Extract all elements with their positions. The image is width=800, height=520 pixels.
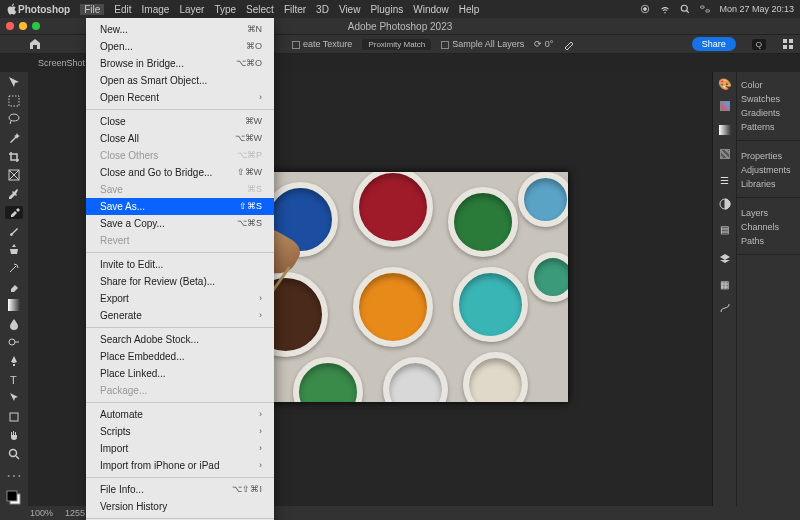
control-center-icon[interactable] xyxy=(699,3,711,15)
edit-toolbar[interactable]: ⋯ xyxy=(5,466,23,484)
menu-window[interactable]: Window xyxy=(413,4,449,15)
lasso-tool[interactable] xyxy=(5,113,23,126)
brush-tool[interactable] xyxy=(5,225,23,238)
panel-channels[interactable]: Channels xyxy=(737,220,800,234)
menubar-datetime[interactable]: Mon 27 May 20:13 xyxy=(719,4,794,14)
panel-libraries[interactable]: Libraries xyxy=(737,177,800,191)
file-menu-item[interactable]: Generate› xyxy=(86,307,274,324)
frame-tool[interactable] xyxy=(5,169,23,182)
share-button[interactable]: Share xyxy=(692,37,736,51)
option-angle[interactable]: ⟳ 0° xyxy=(534,39,553,49)
file-menu-item[interactable]: Import from iPhone or iPad› xyxy=(86,457,274,474)
paths-panel-icon[interactable] xyxy=(719,300,731,318)
home-icon[interactable] xyxy=(28,37,42,51)
screen-record-icon[interactable] xyxy=(639,3,651,15)
pen-tool[interactable] xyxy=(5,355,23,368)
gradients-panel-icon[interactable] xyxy=(719,121,731,139)
menu-select[interactable]: Select xyxy=(246,4,274,15)
file-menu-item: Close Others⌥⌘P xyxy=(86,147,274,164)
file-menu-item[interactable]: Invite to Edit... xyxy=(86,256,274,273)
pressure-icon[interactable] xyxy=(563,38,575,50)
layers-panel-icon[interactable] xyxy=(719,251,731,269)
color-panel-icon[interactable]: 🎨 xyxy=(718,78,732,91)
panel-paths[interactable]: Paths xyxy=(737,234,800,248)
channels-panel-icon[interactable]: ▦ xyxy=(720,279,729,290)
file-menu-item[interactable]: Import› xyxy=(86,440,274,457)
minimize-window-button[interactable] xyxy=(19,22,27,30)
option-sample-all-layers[interactable]: Sample All Layers xyxy=(441,39,524,49)
zoom-tool[interactable] xyxy=(5,448,23,461)
gradient-tool[interactable] xyxy=(5,299,23,312)
option-proximity-match[interactable]: Proximity Match xyxy=(362,39,431,50)
maximize-window-button[interactable] xyxy=(32,22,40,30)
menu-file[interactable]: File xyxy=(80,4,104,15)
file-menu-item[interactable]: Save As...⇧⌘S xyxy=(86,198,274,215)
clone-stamp-tool[interactable] xyxy=(5,243,23,256)
zoom-level[interactable]: 100% xyxy=(30,508,53,518)
panel-gradients[interactable]: Gradients xyxy=(737,106,800,120)
file-menu-item[interactable]: Scripts› xyxy=(86,423,274,440)
apple-logo-icon xyxy=(6,3,18,15)
search-icon[interactable] xyxy=(679,3,691,15)
file-menu-item[interactable]: New...⌘N xyxy=(86,21,274,38)
libraries-panel-icon[interactable]: ▤ xyxy=(720,224,729,235)
panel-properties[interactable]: Properties xyxy=(737,149,800,163)
workspace-switcher-icon[interactable] xyxy=(782,38,794,50)
file-menu-item[interactable]: Version History xyxy=(86,498,274,515)
eraser-tool[interactable] xyxy=(5,280,23,293)
crop-tool[interactable] xyxy=(5,150,23,163)
file-menu-item[interactable]: Browse in Bridge...⌥⌘O xyxy=(86,55,274,72)
healing-brush-tool[interactable] xyxy=(5,206,23,219)
menu-filter[interactable]: Filter xyxy=(284,4,306,15)
menu-plugins[interactable]: Plugins xyxy=(370,4,403,15)
swatches-panel-icon[interactable] xyxy=(720,101,730,111)
file-menu-item[interactable]: Place Linked... xyxy=(86,365,274,382)
path-selection-tool[interactable] xyxy=(5,392,23,405)
menu-edit[interactable]: Edit xyxy=(114,4,131,15)
panel-patterns[interactable]: Patterns xyxy=(737,120,800,134)
blur-tool[interactable] xyxy=(5,318,23,331)
file-menu-item[interactable]: Export› xyxy=(86,290,274,307)
file-menu-item[interactable]: File Info...⌥⇧⌘I xyxy=(86,481,274,498)
toolbox: T ⋯ xyxy=(0,72,28,506)
file-menu-item[interactable]: Close and Go to Bridge...⇧⌘W xyxy=(86,164,274,181)
wifi-icon[interactable] xyxy=(659,3,671,15)
patterns-panel-icon[interactable] xyxy=(720,149,730,159)
search-panel-button[interactable]: Q xyxy=(752,39,766,50)
file-menu-item[interactable]: Open as Smart Object... xyxy=(86,72,274,89)
file-menu-item[interactable]: Open Recent› xyxy=(86,89,274,106)
menu-image[interactable]: Image xyxy=(142,4,170,15)
properties-panel-icon[interactable]: ☰ xyxy=(720,175,729,186)
svg-rect-10 xyxy=(9,96,19,106)
menu-help[interactable]: Help xyxy=(459,4,480,15)
panel-adjustments[interactable]: Adjustments xyxy=(737,163,800,177)
menu-3d[interactable]: 3D xyxy=(316,4,329,15)
rectangle-tool[interactable] xyxy=(5,410,23,423)
type-tool[interactable]: T xyxy=(5,373,23,386)
file-menu-item[interactable]: Place Embedded... xyxy=(86,348,274,365)
file-menu-item[interactable]: Save a Copy...⌥⌘S xyxy=(86,215,274,232)
dodge-tool[interactable] xyxy=(5,336,23,349)
option-create-texture[interactable]: eate Texture xyxy=(292,39,352,49)
adjustments-panel-icon[interactable] xyxy=(719,196,731,214)
panel-swatches[interactable]: Swatches xyxy=(737,92,800,106)
file-menu-item[interactable]: Automate› xyxy=(86,406,274,423)
file-menu-item[interactable]: Open...⌘O xyxy=(86,38,274,55)
history-brush-tool[interactable] xyxy=(5,262,23,275)
move-tool[interactable] xyxy=(5,76,23,89)
panel-color[interactable]: Color xyxy=(737,78,800,92)
menu-layer[interactable]: Layer xyxy=(179,4,204,15)
magic-wand-tool[interactable] xyxy=(5,132,23,145)
eyedropper-tool[interactable] xyxy=(5,187,23,200)
close-window-button[interactable] xyxy=(6,22,14,30)
file-menu-item[interactable]: Search Adobe Stock... xyxy=(86,331,274,348)
hand-tool[interactable] xyxy=(5,429,23,442)
file-menu-item[interactable]: Close⌘W xyxy=(86,113,274,130)
menu-type[interactable]: Type xyxy=(214,4,236,15)
file-menu-item[interactable]: Close All⌥⌘W xyxy=(86,130,274,147)
marquee-tool[interactable] xyxy=(5,95,23,108)
panel-layers[interactable]: Layers xyxy=(737,206,800,220)
color-swatches[interactable] xyxy=(5,490,23,506)
file-menu-item[interactable]: Share for Review (Beta)... xyxy=(86,273,274,290)
menu-view[interactable]: View xyxy=(339,4,361,15)
